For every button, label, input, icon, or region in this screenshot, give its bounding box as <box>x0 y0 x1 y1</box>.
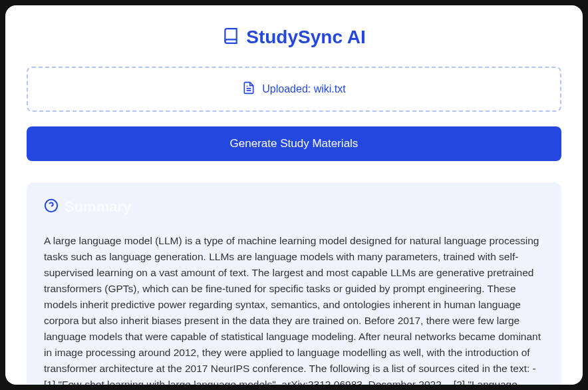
summary-header: Summary <box>44 198 544 216</box>
upload-zone[interactable]: Uploaded: wiki.txt <box>27 67 561 112</box>
summary-panel: Summary A large language model (LLM) is … <box>27 182 561 385</box>
summary-heading: Summary <box>65 198 131 216</box>
book-icon <box>222 27 239 47</box>
file-text-icon <box>242 81 255 97</box>
upload-label: Uploaded: wiki.txt <box>262 83 345 95</box>
summary-body: A large language model (LLM) is a type o… <box>44 233 544 385</box>
app-container: StudySync AI Uploaded: wiki.txt Generate… <box>5 5 583 385</box>
app-title: StudySync AI <box>246 27 365 48</box>
app-header: StudySync AI <box>27 27 561 48</box>
help-circle-icon <box>44 198 59 216</box>
generate-button[interactable]: Generate Study Materials <box>27 126 561 161</box>
